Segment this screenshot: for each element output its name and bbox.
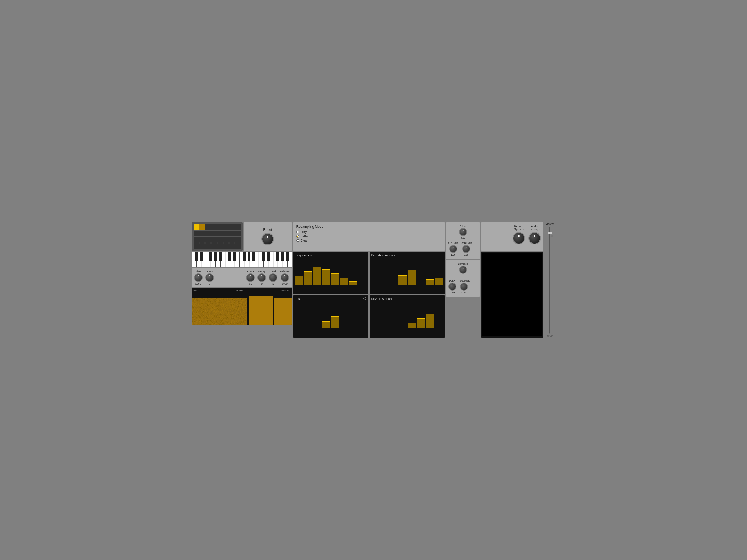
lowpass-label: Lowpass <box>458 262 468 265</box>
sustain-knob[interactable] <box>269 273 277 282</box>
ffs-bar-4[interactable] <box>322 321 330 328</box>
resampling-panel: Resampling Mode Dirty Better Clean <box>293 222 445 250</box>
lowpass-knob[interactable] <box>459 266 467 274</box>
distortion-controls: Offset 0.00 Sin Gain 1.00 Tanh Gain 1.00 <box>446 222 480 259</box>
ffs-bar-5[interactable] <box>331 316 339 328</box>
radio-better-btn[interactable] <box>296 235 299 238</box>
svg-rect-23 <box>209 252 212 261</box>
radio-clean-btn[interactable] <box>296 239 299 242</box>
pad-cell[interactable] <box>217 231 223 237</box>
pad-cell[interactable] <box>205 237 211 243</box>
pad-cell[interactable] <box>211 231 216 237</box>
reset-panel: Reset <box>243 222 292 250</box>
pad-cell[interactable] <box>211 243 216 249</box>
radio-dirty[interactable]: Dirty <box>296 230 442 234</box>
master-fader-thumb[interactable] <box>547 232 552 234</box>
reverb-title: Reverb Amount <box>371 297 443 300</box>
record-options-group: Record Options <box>513 225 525 244</box>
pad-cell[interactable] <box>229 231 235 237</box>
release-knob[interactable] <box>281 273 289 282</box>
freq-bar-4[interactable] <box>322 269 330 285</box>
frequencies-panel[interactable]: Frequencies <box>293 252 368 294</box>
pad-cell[interactable] <box>217 237 223 243</box>
radio-clean[interactable]: Clean <box>296 239 442 242</box>
right-controls-section: Offset 0.00 Sin Gain 1.00 Tanh Gain 1.00 <box>446 222 480 338</box>
rev-bar-6[interactable] <box>417 318 425 328</box>
dist-bar-8[interactable] <box>435 277 443 285</box>
decay-label: Decay <box>258 270 266 273</box>
pad-cell[interactable] <box>194 243 199 249</box>
pad-cell[interactable] <box>205 243 211 249</box>
pad-cell[interactable] <box>235 237 240 243</box>
offset-knob[interactable] <box>459 228 467 236</box>
ffs-circle[interactable] <box>363 297 366 300</box>
distortion-title: Distortion Amount <box>371 254 443 257</box>
reset-button[interactable] <box>261 233 274 245</box>
spray-knob[interactable] <box>205 273 214 282</box>
visualizer-cell-1 <box>482 253 497 337</box>
distortion-panel[interactable]: Distortion Amount <box>369 252 445 294</box>
delay-knob[interactable] <box>448 283 456 291</box>
audio-settings-knob[interactable] <box>529 232 541 244</box>
pad-cell[interactable] <box>217 243 223 249</box>
pad-cell[interactable] <box>223 237 229 243</box>
pad-cell[interactable] <box>200 237 205 243</box>
pad-cell[interactable] <box>211 237 216 243</box>
pad-cell[interactable] <box>223 231 229 237</box>
size-knob[interactable] <box>194 273 203 282</box>
rev-bar-5[interactable] <box>408 323 416 328</box>
knob-group-decay: Decay 0 <box>257 270 266 285</box>
pad-cell[interactable] <box>235 243 240 249</box>
pad-cell[interactable] <box>235 231 240 237</box>
dist-bar-5[interactable] <box>408 270 416 285</box>
pad-cell[interactable] <box>223 243 229 249</box>
piano-keyboard[interactable] <box>192 252 292 267</box>
ffs-chart <box>294 301 367 328</box>
pad-cell[interactable] <box>200 224 205 230</box>
attack-knob[interactable] <box>246 273 255 282</box>
tanh-gain-knob[interactable] <box>462 245 470 253</box>
pad-cell[interactable] <box>235 224 240 230</box>
pad-cell[interactable] <box>194 224 199 230</box>
sin-gain-knob[interactable] <box>449 245 457 253</box>
freq-bar-3[interactable] <box>313 267 321 285</box>
reverb-controls: Lowpass 1.00 Delay 0.50 Feedback 0.50 <box>446 260 480 297</box>
freq-bar-6[interactable] <box>340 278 349 285</box>
rev-bar-7[interactable] <box>426 314 434 328</box>
sin-gain-label: Sin Gain <box>448 242 458 244</box>
freq-bar-7[interactable] <box>349 281 357 285</box>
reverb-panel[interactable]: Reverb Amount <box>369 295 445 338</box>
fader-arrow-right: ◀ <box>550 233 553 238</box>
knob-group-release: Release 1000 <box>280 270 289 285</box>
far-right-section: Record Options Audio Settings <box>481 222 543 338</box>
freq-bar-5[interactable] <box>331 273 339 285</box>
freq-bar-2[interactable] <box>304 271 312 285</box>
pad-cell[interactable] <box>229 224 235 230</box>
pad-cell[interactable] <box>194 237 199 243</box>
pad-cell[interactable] <box>229 237 235 243</box>
ffs-panel[interactable]: FFs <box>293 295 368 338</box>
pad-cell[interactable] <box>200 231 205 237</box>
frequencies-chart <box>294 258 367 285</box>
pad-cell[interactable] <box>211 224 216 230</box>
master-fader-track[interactable] <box>549 226 550 334</box>
record-options-knob[interactable] <box>513 232 525 244</box>
pad-cell[interactable] <box>200 243 205 249</box>
radio-better[interactable]: Better <box>296 235 442 238</box>
freq-bar-1[interactable] <box>294 276 303 285</box>
pad-cell[interactable] <box>205 231 211 237</box>
dist-bar-7[interactable] <box>426 279 434 285</box>
feedback-knob[interactable] <box>460 283 468 291</box>
app-container: Reset <box>189 220 558 340</box>
waveform-panel[interactable]: 0.00 2000.00 4000.00 <box>192 288 292 325</box>
sustain-label: Sustain <box>269 270 277 273</box>
decay-knob[interactable] <box>257 273 266 282</box>
pad-cell[interactable] <box>217 224 223 230</box>
pad-cell[interactable] <box>194 231 199 237</box>
radio-dirty-btn[interactable] <box>296 231 299 233</box>
pad-cell[interactable] <box>205 224 211 230</box>
pad-cell[interactable] <box>223 224 229 230</box>
knob-group-spray: Spray 5 <box>205 270 214 285</box>
pad-cell[interactable] <box>229 243 235 249</box>
dist-bar-4[interactable] <box>398 275 407 285</box>
